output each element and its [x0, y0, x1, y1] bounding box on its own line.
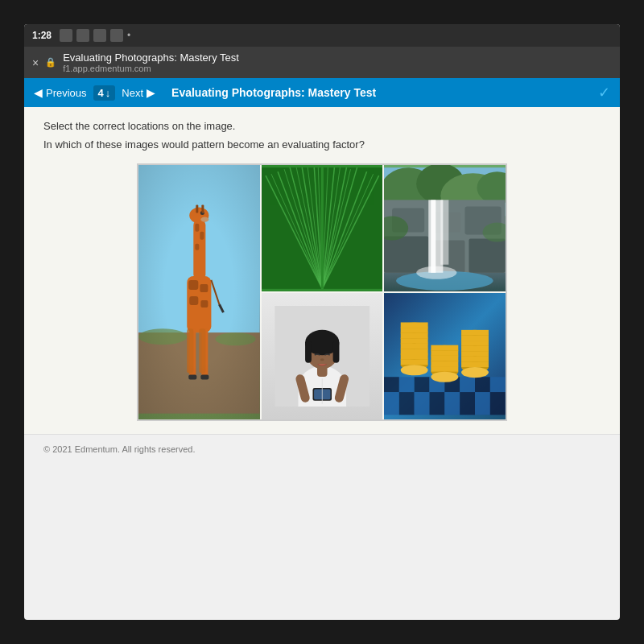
counter-arrow-icon: ↓ — [105, 87, 111, 99]
question-text: In which of these images would pattern b… — [43, 138, 601, 151]
next-arrow-icon: ▶ — [147, 86, 155, 99]
svg-rect-130 — [461, 335, 489, 341]
svg-rect-63 — [431, 200, 436, 272]
svg-rect-24 — [199, 328, 205, 373]
next-label: Next — [122, 87, 143, 99]
svg-point-126 — [431, 372, 459, 382]
browser-lock-icon: 🔒 — [45, 57, 56, 68]
prev-button[interactable]: ◀ Previous — [34, 86, 87, 99]
svg-rect-125 — [431, 366, 459, 372]
svg-rect-58 — [384, 237, 428, 273]
os-time: 1:28 — [32, 30, 52, 41]
prev-arrow-icon: ◀ — [34, 86, 43, 99]
svg-rect-132 — [461, 341, 489, 346]
svg-rect-128 — [461, 330, 489, 336]
svg-rect-6 — [200, 284, 208, 292]
nav-page-title: Evaluating Photographs: Mastery Test — [171, 86, 592, 99]
svg-rect-22 — [200, 374, 208, 379]
svg-point-18 — [200, 217, 208, 222]
settings-icon — [93, 29, 106, 42]
svg-point-115 — [401, 365, 428, 375]
nav-bar: ◀ Previous 4 ↓ Next ▶ Evaluating Photogr… — [24, 78, 620, 107]
os-icons: • — [60, 29, 130, 42]
svg-rect-8 — [200, 300, 208, 308]
instruction-text: Select the correct locations on the imag… — [43, 120, 601, 132]
dot-separator: • — [127, 30, 130, 41]
svg-rect-60 — [469, 239, 506, 273]
svg-rect-95 — [445, 392, 460, 415]
coins-image[interactable] — [384, 293, 506, 419]
screen: 1:28 • × 🔒 Evaluating Photographs: Maste… — [24, 24, 620, 620]
svg-rect-121 — [431, 356, 459, 361]
svg-rect-7 — [189, 296, 198, 305]
svg-rect-97 — [475, 392, 490, 415]
svg-point-3 — [215, 332, 255, 345]
svg-rect-90 — [490, 377, 506, 392]
svg-rect-94 — [430, 392, 445, 415]
svg-rect-140 — [461, 361, 489, 367]
svg-rect-75 — [332, 341, 339, 362]
next-button[interactable]: Next ▶ — [122, 86, 155, 99]
counter-number: 4 — [98, 87, 104, 99]
svg-rect-92 — [399, 392, 415, 415]
svg-rect-84 — [399, 377, 415, 392]
svg-rect-64 — [441, 200, 449, 264]
svg-rect-108 — [401, 344, 428, 349]
image-grid — [137, 163, 507, 421]
svg-rect-83 — [384, 377, 399, 392]
footer: © 2021 Edmentum. All rights reserved. — [24, 434, 620, 462]
svg-rect-104 — [401, 333, 428, 339]
svg-rect-88 — [460, 377, 475, 392]
browser-close-button[interactable]: × — [32, 56, 39, 69]
svg-rect-12 — [195, 244, 199, 250]
svg-rect-89 — [475, 377, 490, 392]
svg-rect-106 — [401, 338, 428, 344]
os-bar: 1:28 • — [24, 24, 620, 47]
svg-rect-17 — [201, 205, 204, 213]
svg-rect-91 — [384, 392, 399, 415]
svg-rect-85 — [415, 377, 430, 392]
browser-chrome: × 🔒 Evaluating Photographs: Mastery Test… — [24, 47, 620, 78]
woman-image[interactable] — [262, 293, 383, 419]
youtube-icon — [76, 29, 89, 42]
giraffe-image[interactable] — [138, 165, 260, 419]
svg-rect-110 — [401, 349, 428, 354]
waterfall-image[interactable] — [384, 165, 506, 291]
question-counter: 4 ↓ — [93, 85, 116, 101]
browser-url: f1.app.edmentum.com — [63, 64, 612, 73]
svg-rect-119 — [431, 350, 459, 356]
facebook-icon — [60, 29, 72, 42]
copyright-text: © 2021 Edmentum. All rights reserved. — [43, 444, 195, 454]
browser-page-title: Evaluating Photographs: Mastery Test — [63, 52, 612, 64]
svg-rect-21 — [188, 374, 196, 379]
svg-rect-98 — [490, 392, 506, 415]
nav-check-icon: ✓ — [598, 84, 610, 101]
svg-rect-11 — [200, 232, 204, 240]
prev-label: Previous — [46, 87, 87, 99]
svg-rect-134 — [461, 346, 489, 352]
svg-point-76 — [320, 358, 324, 361]
content-area: Select the correct locations on the imag… — [24, 107, 620, 434]
svg-rect-23 — [187, 328, 193, 373]
palm-image[interactable] — [262, 165, 383, 291]
svg-rect-5 — [188, 280, 198, 290]
svg-rect-74 — [305, 341, 312, 362]
svg-rect-123 — [431, 361, 459, 366]
svg-rect-138 — [461, 357, 489, 362]
svg-rect-16 — [196, 205, 198, 213]
svg-rect-100 — [401, 322, 428, 328]
svg-rect-112 — [401, 354, 428, 360]
svg-rect-136 — [461, 351, 489, 357]
browser-title-area: Evaluating Photographs: Mastery Test f1.… — [63, 52, 612, 73]
svg-point-141 — [461, 367, 489, 378]
svg-point-2 — [138, 328, 187, 345]
svg-rect-96 — [460, 392, 475, 415]
svg-rect-114 — [401, 360, 428, 365]
svg-rect-93 — [415, 392, 430, 415]
svg-rect-117 — [431, 345, 459, 351]
svg-rect-102 — [401, 328, 428, 333]
shield-icon — [110, 29, 123, 42]
svg-rect-10 — [195, 224, 199, 232]
svg-point-65 — [417, 266, 457, 279]
